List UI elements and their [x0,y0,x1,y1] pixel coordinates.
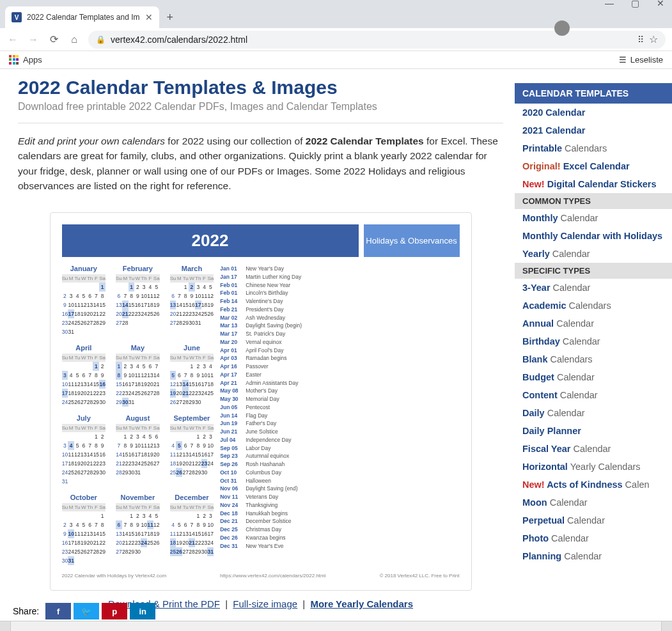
sidebar-item[interactable]: Monthly Calendar [515,209,672,227]
sidebar-item[interactable]: 3-Year Calendar [515,279,672,297]
holiday-row: Nov 11Veterans Day [220,493,316,501]
sidebar-item[interactable]: Birthday Calendar [515,332,672,350]
sidebar-item[interactable]: Academic Calendars [515,297,672,315]
sidebar-item[interactable]: Fiscal Year Calendar [515,440,672,458]
month-name: January [62,265,106,272]
sidebar-common-header: COMMON TYPES [515,193,672,209]
share-label: Share: [13,606,39,616]
holiday-row: Mar 13Daylight Saving (begin) [220,322,316,330]
holiday-row: Jun 19Father's Day [220,419,316,428]
sidebar-item[interactable]: Horizontal Yearly Calendars [515,458,672,476]
sidebar-item[interactable]: Photo Calendar [515,529,672,547]
cal-footer-right: © 2018 Vertex42 LLC. Free to Print [379,573,459,579]
holiday-row: Feb 21President's Day [220,306,316,314]
holiday-row: Feb 01Chinese New Year [220,281,316,290]
month-block: AprilSuMTuWThFSa123456789101112131415161… [62,344,106,407]
sidebar-item[interactable]: Budget Calendar [515,368,672,386]
sidebar-item[interactable]: Printable Calendars [515,139,672,157]
holiday-row: Oct 10Columbus Day [220,469,316,477]
sidebar-item[interactable]: Daily Calendar [515,404,672,422]
maximize-button[interactable]: ▢ [629,0,641,10]
share-facebook-button[interactable]: f [45,603,71,619]
favicon-icon: V [12,12,22,22]
sidebar-item[interactable]: Yearly Calendar [515,245,672,263]
sidebar-item[interactable]: Moon Calendar [515,494,672,511]
holiday-row: May 30Memorial Day [220,395,316,403]
reload-button[interactable]: ⟳ [47,33,60,46]
sidebar-item[interactable]: Perpetual Calendar [515,511,672,529]
divider [18,123,503,123]
page-title: 2022 Calendar Templates & Images [18,77,503,98]
horizontal-scrollbar[interactable] [0,621,672,631]
holiday-row: Apr 21Admin Assistants Day [220,379,316,387]
month-block: JuneSuMTuWThFSa1234567891011121314151617… [170,344,214,407]
browser-tab[interactable]: V 2022 Calendar Templates and Im ✕ [5,6,159,28]
month-name: December [170,494,214,501]
holiday-row: Apr 03Ramadan begins [220,354,316,362]
holiday-row: Jun 05Pentecost [220,403,316,412]
month-name: May [116,344,160,352]
holiday-row: Oct 31Halloween [220,477,316,485]
apps-launcher[interactable]: Apps [9,55,42,65]
close-window-button[interactable]: ✕ [654,0,667,10]
more-calendars-link[interactable]: More Yearly Calendars [310,598,413,609]
star-icon[interactable]: ☆ [649,33,658,45]
sidebar-item[interactable]: Annual Calendar [515,315,672,332]
cal-footer-mid: https://www.vertex42.com/calendars/2022.… [220,573,325,579]
sidebar-item[interactable]: 2021 Calendar [515,121,672,139]
profile-avatar[interactable] [554,20,570,36]
holiday-row: Nov 06Daylight Saving (end) [220,485,316,493]
holiday-row: Apr 01April Fool's Day [220,347,316,355]
sidebar-item[interactable]: Original! Excel Calendar [515,157,672,175]
full-size-image-link[interactable]: Full-size image [233,598,297,609]
new-tab-button[interactable]: + [159,11,182,24]
share-bar: Share: f 🐦 p in [13,603,155,619]
share-twitter-button[interactable]: 🐦 [74,603,99,619]
holiday-row: Dec 25Christmas Day [220,526,316,534]
year-banner: 2022 [62,224,359,257]
holiday-row: Jun 21June Solstice [220,428,316,436]
holiday-row: Mar 02Ash Wednesday [220,314,316,322]
share-pinterest-button[interactable]: p [102,603,127,619]
holiday-row: Sep 26Rosh Hashanah [220,460,316,469]
holiday-row: Sep 05Labor Day [220,444,316,453]
sidebar-item[interactable]: Planning Calendar [515,547,672,565]
translate-icon[interactable]: ⠿ [637,35,644,45]
sidebar-item[interactable]: New! Digital Calendar Stickers [515,175,672,193]
sidebar: CALENDAR TEMPLATES 2020 Calendar2021 Cal… [515,69,672,621]
cal-footer-left: 2022 Calendar with Holidays by Vertex42.… [62,573,167,579]
month-name: February [116,265,160,272]
sidebar-specific-header: SPECIFIC TYPES [515,263,672,279]
holiday-row: Dec 21December Solstice [220,517,316,526]
holiday-row: Jul 04Independence Day [220,436,316,444]
forward-button[interactable]: → [27,33,40,46]
month-block: OctoberSuMTuWThFSa1234567891011121314151… [62,494,106,565]
month-block: MarchSuMTuWThFSa123456789101112131415161… [170,265,214,336]
share-linkedin-button[interactable]: in [130,603,155,619]
sidebar-item[interactable]: 2020 Calendar [515,104,672,121]
month-block: AugustSuMTuWThFSa12345678910111213141516… [116,414,160,486]
holiday-row: Dec 18Hanukkah begins [220,510,316,518]
holiday-row: Jun 14Flag Day [220,412,316,420]
holiday-row: Apr 17Easter [220,371,316,379]
url-text: vertex42.com/calendars/2022.html [111,35,632,45]
address-bar[interactable]: 🔒 vertex42.com/calendars/2022.html ⠿ ☆ [88,31,666,49]
reading-list-button[interactable]: ☰ Leseliste [619,55,663,65]
month-block: FebruarySuMTuWThFSa123456789101112131415… [116,265,160,336]
holiday-row: Feb 14Valentine's Day [220,297,316,306]
sidebar-item[interactable]: Daily Planner [515,422,672,440]
home-button[interactable]: ⌂ [68,33,81,46]
minimize-button[interactable]: — [603,0,616,10]
month-name: November [116,494,160,501]
month-name: March [170,265,214,272]
sidebar-item[interactable]: Monthly Calendar with Holidays [515,227,672,245]
intro-paragraph: Edit and print your own calendars for 20… [18,134,503,193]
sidebar-item[interactable]: Content Calendar [515,386,672,404]
calendar-preview: 2022 Holidays & Observances JanuarySuMTu… [50,212,472,591]
back-button[interactable]: ← [6,33,19,46]
holiday-row: Nov 24Thanksgiving [220,501,316,510]
close-tab-button[interactable]: ✕ [145,12,153,22]
holiday-row: Apr 16Passover [220,362,316,371]
sidebar-item[interactable]: Blank Calendars [515,350,672,368]
sidebar-item[interactable]: New! Acts of Kindness Calen [515,476,672,494]
